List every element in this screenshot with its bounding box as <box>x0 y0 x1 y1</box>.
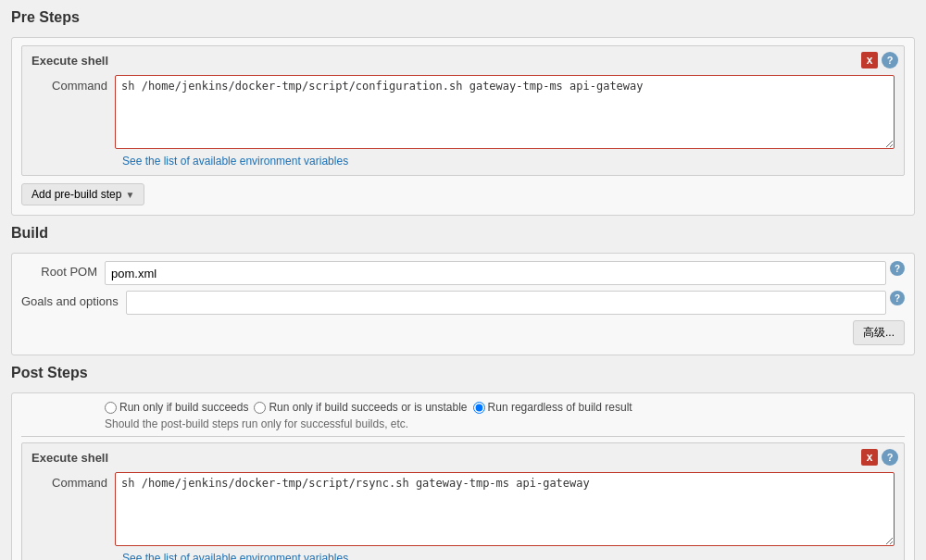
build-root-pom-row: Root POM ? <box>21 261 905 285</box>
post-steps-note: Should the post-build steps run only for… <box>105 417 905 430</box>
post-steps-block: Run only if build succeeds Run only if b… <box>11 392 915 560</box>
post-steps-execute-shell-box: Execute shell x ? Command See the list o… <box>21 442 905 560</box>
pre-steps-execute-shell-label: Execute shell <box>31 54 895 68</box>
pre-steps-title: Pre Steps <box>11 9 915 30</box>
build-block: Root POM ? Goals and options ? 高级... <box>11 253 915 355</box>
add-pre-build-step-label: Add pre-build step <box>31 188 121 201</box>
post-steps-title: Post Steps <box>11 365 915 385</box>
radio-always-input[interactable] <box>473 402 485 414</box>
build-root-pom-help-icon[interactable]: ? <box>890 261 905 276</box>
pre-steps-help-icon[interactable]: ? <box>882 52 898 68</box>
build-adv-row: 高级... <box>21 320 905 345</box>
build-advanced-button[interactable]: 高级... <box>853 320 905 345</box>
radio-unstable-label: Run only if build succeeds or is unstabl… <box>269 401 467 414</box>
radio-success-label: Run only if build succeeds <box>119 401 248 414</box>
post-steps-env-vars-link[interactable]: See the list of available environment va… <box>122 552 348 560</box>
radio-success-input[interactable] <box>105 402 117 414</box>
pre-steps-execute-shell-box: Execute shell x ? Command See the list o… <box>21 45 905 176</box>
radio-unstable-input[interactable] <box>254 402 266 414</box>
radio-option-unstable[interactable]: Run only if build succeeds or is unstabl… <box>254 401 467 414</box>
post-steps-execute-shell-label: Execute shell <box>31 451 895 465</box>
page-container: Pre Steps Execute shell x ? Command See … <box>0 0 926 560</box>
build-goals-row: Goals and options ? <box>21 291 905 315</box>
post-steps-help-icon[interactable]: ? <box>882 449 898 466</box>
add-pre-build-step-button[interactable]: Add pre-build step ▼ <box>21 183 144 205</box>
build-goals-input[interactable] <box>126 291 886 315</box>
post-steps-command-label: Command <box>31 472 115 490</box>
pre-steps-close-button[interactable]: x <box>861 52 878 68</box>
post-steps-divider <box>21 436 905 437</box>
radio-always-label: Run regardless of build result <box>488 401 632 414</box>
build-goals-label: Goals and options <box>21 291 126 308</box>
add-pre-build-dropdown-arrow: ▼ <box>125 190 134 200</box>
pre-steps-command-label: Command <box>31 75 115 93</box>
post-steps-see-link-container: See the list of available environment va… <box>122 552 895 560</box>
post-steps-close-button[interactable]: x <box>861 449 878 466</box>
pre-steps-see-link-container: See the list of available environment va… <box>122 155 895 168</box>
post-steps-command-textarea[interactable] <box>115 472 895 546</box>
radio-option-always[interactable]: Run regardless of build result <box>473 401 632 414</box>
pre-steps-command-row: Command <box>31 75 895 149</box>
radio-option-success[interactable]: Run only if build succeeds <box>105 401 248 414</box>
pre-steps-block: Execute shell x ? Command See the list o… <box>11 37 915 216</box>
build-title: Build <box>11 225 915 245</box>
build-root-pom-label: Root POM <box>21 261 105 279</box>
build-goals-help-icon[interactable]: ? <box>890 291 905 305</box>
post-steps-radio-group: Run only if build succeeds Run only if b… <box>105 401 905 414</box>
build-root-pom-input[interactable] <box>105 261 886 285</box>
pre-steps-command-textarea[interactable] <box>115 75 895 149</box>
post-steps-command-row: Command <box>31 472 895 546</box>
pre-steps-env-vars-link[interactable]: See the list of available environment va… <box>122 155 348 168</box>
